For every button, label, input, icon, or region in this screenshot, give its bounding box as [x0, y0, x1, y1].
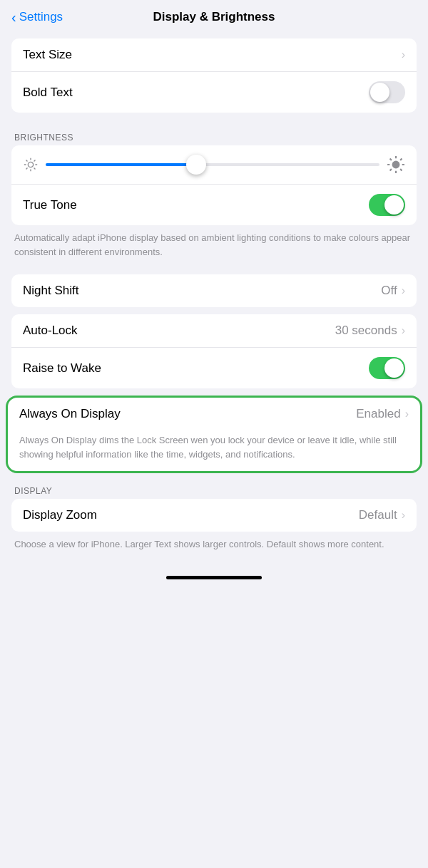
- true-tone-row[interactable]: True Tone: [11, 185, 417, 225]
- true-tone-label: True Tone: [23, 198, 77, 212]
- aod-value: Enabled: [356, 407, 400, 421]
- svg-line-7: [26, 168, 28, 170]
- back-label: Settings: [19, 10, 63, 24]
- night-shift-card: Night Shift Off ›: [11, 274, 417, 307]
- svg-line-17: [400, 159, 402, 160]
- text-size-row[interactable]: Text Size ›: [11, 38, 417, 72]
- bold-text-label: Bold Text: [23, 86, 73, 100]
- home-indicator: [0, 567, 428, 594]
- display-zoom-row[interactable]: Display Zoom Default ›: [11, 499, 417, 532]
- brightness-slider-fill: [46, 163, 196, 166]
- bold-text-toggle-knob: [370, 83, 389, 102]
- night-shift-label: Night Shift: [23, 284, 78, 298]
- brightness-slider-track[interactable]: [46, 163, 379, 166]
- night-shift-right: Off ›: [381, 284, 405, 298]
- auto-lock-label: Auto-Lock: [23, 324, 78, 338]
- svg-line-14: [390, 159, 392, 160]
- aod-chevron-icon: ›: [405, 408, 409, 420]
- display-zoom-description: Choose a view for iPhone. Larger Text sh…: [0, 532, 428, 560]
- sun-large-icon: [387, 155, 405, 174]
- text-size-label: Text Size: [23, 48, 72, 62]
- bold-text-toggle[interactable]: [369, 81, 405, 103]
- aod-right: Enabled ›: [356, 407, 409, 421]
- svg-line-6: [34, 168, 36, 170]
- aod-highlight-border: Always On Display Enabled › Always On Di…: [6, 396, 422, 473]
- svg-line-15: [400, 169, 402, 170]
- aod-description: Always On Display dims the Lock Screen w…: [8, 430, 420, 471]
- night-shift-row[interactable]: Night Shift Off ›: [11, 274, 417, 307]
- display-zoom-value: Default: [359, 508, 397, 522]
- svg-point-0: [28, 162, 33, 167]
- text-section: Text Size › Bold Text: [0, 38, 428, 113]
- display-zoom-right: Default ›: [359, 508, 405, 522]
- svg-line-8: [34, 160, 36, 162]
- nav-bar: ‹ Settings Display & Brightness: [0, 0, 428, 31]
- back-button[interactable]: ‹ Settings: [11, 10, 63, 24]
- night-shift-value: Off: [381, 284, 397, 298]
- auto-lock-chevron-icon: ›: [402, 325, 405, 336]
- display-section: DISPLAY Display Zoom Default › Choose a …: [0, 480, 428, 560]
- raise-to-wake-label: Raise to Wake: [23, 361, 101, 376]
- home-bar: [166, 576, 262, 579]
- aod-label: Always On Display: [19, 407, 121, 421]
- svg-point-9: [392, 161, 400, 169]
- night-shift-section: Night Shift Off ›: [0, 274, 428, 307]
- lock-section: Auto-Lock 30 seconds › Raise to Wake: [0, 314, 428, 388]
- brightness-card: True Tone: [11, 145, 417, 225]
- brightness-description: Automatically adapt iPhone display based…: [0, 225, 428, 267]
- true-tone-toggle-knob: [384, 195, 404, 215]
- auto-lock-right: 30 seconds ›: [335, 324, 405, 338]
- raise-to-wake-row[interactable]: Raise to Wake: [11, 348, 417, 388]
- brightness-slider-row[interactable]: [11, 145, 417, 185]
- text-size-right: ›: [402, 49, 405, 61]
- auto-lock-value: 30 seconds: [335, 324, 397, 338]
- display-card: Display Zoom Default ›: [11, 499, 417, 532]
- text-card: Text Size › Bold Text: [11, 38, 417, 113]
- back-chevron-icon: ‹: [11, 10, 16, 24]
- display-section-label: DISPLAY: [0, 480, 428, 499]
- brightness-slider-thumb[interactable]: [186, 155, 206, 175]
- svg-line-5: [26, 160, 28, 162]
- lock-card: Auto-Lock 30 seconds › Raise to Wake: [11, 314, 417, 388]
- display-zoom-chevron-icon: ›: [402, 510, 405, 521]
- aod-row[interactable]: Always On Display Enabled ›: [8, 398, 420, 430]
- brightness-section: BRIGHTNESS: [0, 127, 428, 267]
- auto-lock-row[interactable]: Auto-Lock 30 seconds ›: [11, 314, 417, 348]
- raise-to-wake-toggle[interactable]: [369, 357, 405, 379]
- aod-section: Always On Display Enabled › Always On Di…: [0, 396, 428, 473]
- svg-line-16: [390, 169, 392, 170]
- sun-small-icon: [23, 157, 39, 172]
- raise-to-wake-toggle-knob: [384, 358, 404, 378]
- display-zoom-label: Display Zoom: [23, 508, 97, 522]
- brightness-label: BRIGHTNESS: [0, 127, 428, 145]
- text-size-chevron-icon: ›: [402, 49, 405, 61]
- night-shift-chevron-icon: ›: [402, 285, 405, 296]
- true-tone-toggle[interactable]: [369, 194, 405, 216]
- bold-text-row[interactable]: Bold Text: [11, 72, 417, 113]
- page-title: Display & Brightness: [153, 10, 275, 24]
